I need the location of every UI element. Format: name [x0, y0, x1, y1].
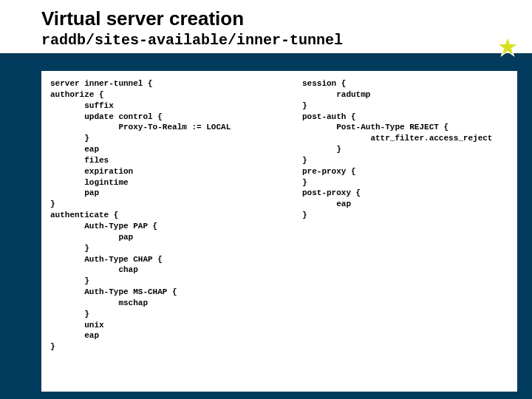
slide: Virtual server creation raddb/sites-avai… — [0, 0, 532, 399]
logo-text: GÉANT — [434, 37, 493, 56]
logo: GÉANT — [434, 35, 519, 58]
code-column-right: session { radutmp } post-auth { Post-Aut… — [302, 78, 508, 384]
svg-marker-0 — [497, 37, 518, 56]
star-icon — [497, 35, 519, 58]
code-column-left: server inner-tunnel { authorize { suffix… — [50, 78, 302, 384]
code-block-right: session { radutmp } post-auth { Post-Aut… — [302, 78, 508, 221]
slide-title: Virtual server creation — [41, 7, 532, 30]
code-panel: server inner-tunnel { authorize { suffix… — [41, 71, 517, 392]
code-block-left: server inner-tunnel { authorize { suffix… — [50, 78, 302, 352]
